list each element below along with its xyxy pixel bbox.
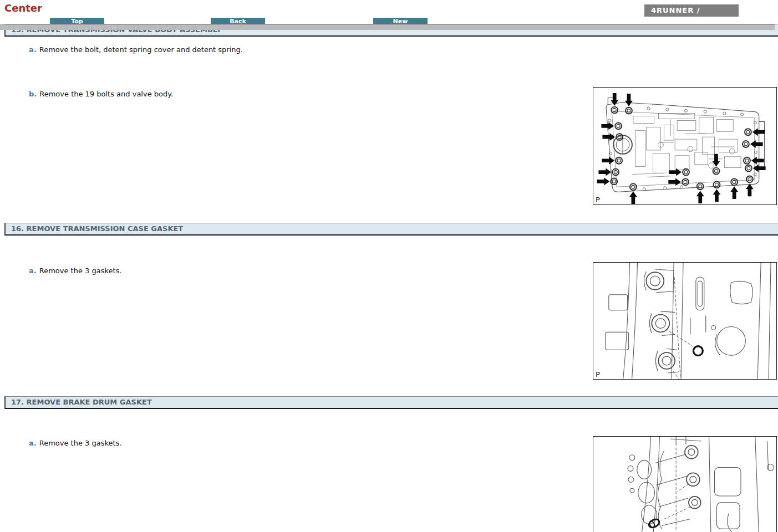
step-text: Remove the 19 bolts and valve body. [39,90,173,98]
step-text: Remove the 3 gaskets. [39,439,122,447]
step-letter: a. [29,45,37,54]
step-letter: a. [29,267,37,275]
valve-body-bolt-location-icon [593,88,776,204]
figure-brake-drum-gasket [593,436,777,532]
gasket-plug-icon [648,518,661,529]
section-heading-16: 16. REMOVE TRANSMISSION CASE GASKET [4,223,778,236]
figure-valve-body: P [593,87,777,205]
gasket-ring-icon [693,346,703,356]
manual-page: Center Top Back New 4RUNNER / 15. REMOVE… [0,0,778,532]
model-badge: 4RUNNER / [644,4,739,17]
figure-label: P [596,196,600,204]
step-item: a.Remove the bolt, detent spring cover a… [29,45,243,54]
step-text: Remove the bolt, detent spring cover and… [39,45,243,54]
bolt-arrow-icons [597,93,766,204]
step-item: b.Remove the 19 bolts and valve body. [29,90,173,98]
transmission-case-gasket-icon [593,263,776,379]
figure-label: P [596,370,600,378]
figure-case-gasket: P [593,262,777,380]
brake-drum-gasket-icon [593,437,776,532]
step-text: Remove the 3 gaskets. [39,267,122,275]
horizontal-scrollbar[interactable] [0,24,775,30]
step-letter: a. [29,439,37,447]
step-letter: b. [29,90,37,98]
step-item: a.Remove the 3 gaskets. [29,439,122,447]
page-title: Center [4,2,42,14]
section-heading-17: 17. REMOVE BRAKE DRUM GASKET [4,396,778,409]
step-item: a.Remove the 3 gaskets. [29,267,122,275]
